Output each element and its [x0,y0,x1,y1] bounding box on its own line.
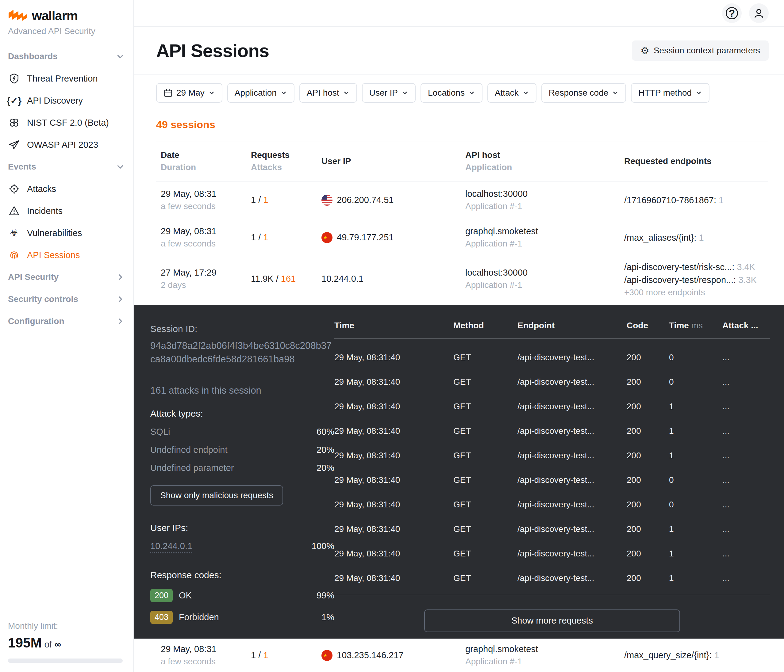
show-more-requests-button[interactable]: Show more requests [424,610,680,632]
endpoint-path: /max_aliases/{int}: [624,233,699,242]
sidebar-item-label: API Sessions [27,250,80,260]
col-attack: Attack ... [722,321,770,331]
filter-user-ip[interactable]: User IP [362,83,415,103]
sidebar-section-configuration[interactable]: Configuration [8,310,124,332]
session-application: Application #-1 [465,656,624,666]
sidebar-item-owasp-api[interactable]: OWASP API 2023 [8,133,124,156]
sidebar-item-api-sessions[interactable]: API Sessions [8,244,124,266]
sidebar-section-dashboards[interactable]: Dashboards [8,45,124,67]
col-duration: Duration [161,163,251,172]
filter-label: Attack [495,88,519,98]
request-attack[interactable]: ... [722,524,770,534]
attack-type-row: Undefined parameter20% [150,463,334,473]
request-code: 200 [627,549,669,559]
user-ip-row: 10.244.0.1100% [150,541,334,553]
request-row[interactable]: 29 May, 08:31:40 GET /api-discovery-test… [334,566,770,590]
user-ip-link[interactable]: 10.244.0.1 [150,541,192,553]
session-row[interactable]: 29 May, 08:31a few seconds 1 / 1 206.200… [156,182,768,219]
request-attack[interactable]: ... [722,451,770,461]
sidebar-item-label: API Discovery [27,96,83,106]
session-context-parameters-button[interactable]: ⚙ Session context parameters [632,40,768,61]
request-attack[interactable]: ... [722,426,770,436]
fingerprint-icon [8,250,20,261]
request-time-ms: 0 [669,475,722,485]
main-content: ? API Sessions ⚙ Session context paramet… [134,0,784,672]
col-endpoint: Endpoint [518,321,627,331]
request-row[interactable]: 29 May, 08:31:40 GET /api-discovery-test… [334,443,770,468]
request-time: 29 May, 08:31:40 [334,426,453,436]
request-attack[interactable]: ... [722,352,770,362]
request-attack[interactable]: ... [722,500,770,509]
brand-subtitle: Advanced API Security [8,26,124,36]
attack-type-name: Undefined endpoint [150,445,227,455]
request-method: GET [453,451,518,461]
filter-bar: 29 May Application API host User IP Loca… [134,75,784,111]
sidebar-item-api-discovery[interactable]: {✓} API Discovery [8,90,124,112]
session-summary: Session ID: 94a3d78a2f2ab06f4f3b4be6310c… [150,305,334,639]
request-endpoint: /api-discovery-test... [518,352,627,362]
session-row[interactable]: 29 May, 08:31a few seconds 1 / 1 ★103.23… [156,639,768,672]
request-row[interactable]: 29 May, 08:31:40 GET /api-discovery-test… [334,345,770,370]
col-api-host: API host [465,150,624,160]
request-method: GET [453,426,518,436]
filter-api-host[interactable]: API host [299,83,357,103]
request-attack[interactable]: ... [722,549,770,559]
session-row-expanded[interactable]: 27 May, 17:292 days 11.9K / 161 10.244.0… [156,256,768,305]
request-row[interactable]: 29 May, 08:31:40 GET /api-discovery-test… [334,542,770,566]
request-endpoint: /api-discovery-test... [518,377,627,387]
request-row[interactable]: 29 May, 08:31:40 GET /api-discovery-test… [334,370,770,394]
request-time: 29 May, 08:31:40 [334,475,453,485]
section-label: Dashboards [8,51,58,61]
sidebar-item-label: Attacks [27,184,56,194]
braces-check-icon: {✓} [8,95,20,106]
brand[interactable]: wallarm [8,9,124,23]
request-attack[interactable]: ... [722,377,770,387]
sidebar-item-incidents[interactable]: Incidents [8,200,124,222]
session-row[interactable]: 29 May, 08:31a few seconds 1 / 1 ★49.79.… [156,219,768,256]
session-date: 27 May, 17:29 [161,268,251,278]
chevron-down-icon [401,90,408,96]
request-attack[interactable]: ... [722,573,770,583]
endpoint-count: 1 [699,233,704,242]
sidebar-section-security-controls[interactable]: Security controls [8,288,124,310]
show-only-malicious-button[interactable]: Show only malicious requests [150,485,283,506]
user-button[interactable] [749,3,768,23]
filter-label: 29 May [176,88,205,98]
status-badge-200: 200 [150,589,173,602]
help-button[interactable]: ? [722,3,742,23]
monthly-limit: Monthly limit: 195M of ∞ [8,621,124,663]
paper-plane-icon [8,139,20,150]
sidebar-item-nist-csf[interactable]: NIST CSF 2.0 (Beta) [8,112,124,133]
request-attack[interactable]: ... [722,402,770,411]
sidebar-item-vulnerabilities[interactable]: ☣ Vulnerabilities [8,222,124,244]
filter-http-method[interactable]: HTTP method [631,83,709,103]
endpoint-path: /api-discovery-test/risk-sc...: [624,262,737,272]
filter-response-code[interactable]: Response code [541,83,626,103]
filter-locations[interactable]: Locations [420,83,482,103]
sidebar-section-api-security[interactable]: API Security [8,266,124,288]
attack-type-row: SQLi60% [150,427,334,437]
filter-attack[interactable]: Attack [487,83,537,103]
request-row[interactable]: 29 May, 08:31:40 GET /api-discovery-test… [334,394,770,419]
session-api-host: graphql.smoketest [465,644,624,654]
filter-application[interactable]: Application [227,83,294,103]
more-endpoints-link[interactable]: +300 more endpoints [624,287,768,297]
request-attack[interactable]: ... [722,475,770,485]
session-id-value[interactable]: 94a3d78a2f2ab06f4f3b4be6310c8c208b37ca8a… [150,339,334,366]
session-application: Application #-1 [465,202,624,211]
sidebar-item-label: Incidents [27,206,62,216]
filter-label: Locations [428,88,465,98]
sidebar-item-threat-prevention[interactable]: Threat Prevention [8,67,124,90]
filter-date[interactable]: 29 May [156,83,222,103]
request-method: GET [453,377,518,387]
request-row[interactable]: 29 May, 08:31:40 GET /api-discovery-test… [334,517,770,542]
request-row[interactable]: 29 May, 08:31:40 GET /api-discovery-test… [334,419,770,443]
chevron-down-icon [343,90,350,96]
request-code: 200 [627,451,669,461]
sidebar-section-events[interactable]: Events [8,156,124,178]
request-row[interactable]: 29 May, 08:31:40 GET /api-discovery-test… [334,492,770,517]
request-row[interactable]: 29 May, 08:31:40 GET /api-discovery-test… [334,468,770,492]
chevron-down-icon [695,90,702,96]
sidebar-item-attacks[interactable]: Attacks [8,178,124,200]
monthly-limit-of: of [44,639,52,649]
